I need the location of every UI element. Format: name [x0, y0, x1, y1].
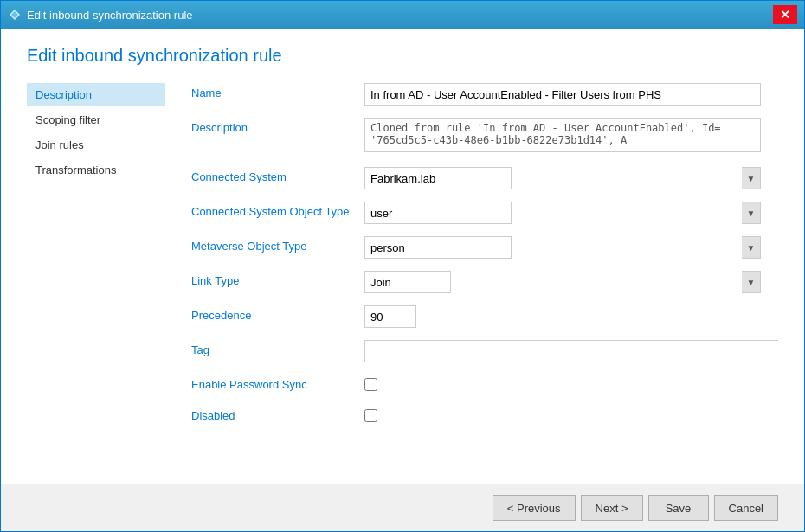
disabled-row: Disabled: [191, 406, 761, 425]
connected-system-arrow: ▼: [742, 167, 761, 189]
object-type-select[interactable]: user: [364, 202, 512, 224]
description-label: Description: [191, 118, 364, 134]
sidebar: Description Scoping filter Join rules Tr…: [27, 79, 165, 484]
enable-password-sync-control: [364, 375, 761, 394]
link-type-row: Link Type Join ▼: [191, 271, 761, 293]
metaverse-type-select-wrap: person ▼: [364, 236, 761, 259]
precedence-label: Precedence: [191, 305, 364, 322]
main-content: Description Scoping filter Join rules Tr…: [1, 79, 804, 484]
precedence-row: Precedence: [191, 305, 761, 328]
description-input[interactable]: [364, 118, 761, 152]
object-type-row: Connected System Object Type user ▼: [191, 202, 761, 224]
tag-label: Tag: [191, 340, 364, 356]
next-button[interactable]: Next >: [581, 495, 643, 521]
tag-control: [364, 340, 778, 362]
enable-password-sync-checkbox[interactable]: [364, 378, 377, 391]
connected-system-select-wrap: Fabrikam.lab ▼: [364, 167, 761, 189]
metaverse-type-control: person ▼: [364, 236, 761, 259]
object-type-arrow: ▼: [742, 202, 761, 224]
link-type-label: Link Type: [191, 271, 364, 287]
link-type-control: Join ▼: [364, 271, 761, 293]
save-button[interactable]: Save: [648, 495, 709, 521]
precedence-control: [364, 305, 761, 328]
sidebar-item-transformations-label: Transformations: [35, 163, 116, 176]
previous-button[interactable]: < Previous: [493, 495, 576, 521]
metaverse-type-arrow: ▼: [742, 236, 761, 259]
main-window: Edit inbound synchronization rule ✕ Edit…: [0, 0, 805, 532]
name-input[interactable]: [364, 83, 761, 106]
sidebar-item-scoping-filter[interactable]: Scoping filter: [27, 108, 165, 131]
object-type-label: Connected System Object Type: [191, 202, 364, 218]
content-area: Edit inbound synchronization rule Descri…: [1, 29, 804, 531]
object-type-select-wrap: user ▼: [364, 202, 761, 224]
name-row: Name: [191, 83, 761, 106]
sidebar-item-join-rules-label: Join rules: [35, 138, 84, 151]
sidebar-item-transformations[interactable]: Transformations: [27, 158, 165, 182]
description-row: Description: [191, 118, 761, 155]
metaverse-type-label: Metaverse Object Type: [191, 236, 364, 253]
disabled-control: [364, 406, 761, 425]
enable-password-sync-label: Enable Password Sync: [191, 375, 364, 391]
tag-input[interactable]: [364, 340, 778, 362]
sidebar-item-scoping-filter-label: Scoping filter: [35, 113, 100, 126]
description-control: [364, 118, 761, 155]
link-type-select[interactable]: Join: [364, 271, 451, 293]
disabled-label: Disabled: [191, 406, 364, 422]
connected-system-label: Connected System: [191, 167, 364, 183]
sidebar-item-description-label: Description: [35, 88, 92, 101]
enable-password-sync-row: Enable Password Sync: [191, 375, 761, 394]
form-area: Name Description Connected System: [165, 79, 778, 484]
sidebar-item-join-rules[interactable]: Join rules: [27, 133, 165, 157]
footer: < Previous Next > Save Cancel: [1, 484, 804, 531]
precedence-input[interactable]: [364, 305, 416, 328]
app-icon: [8, 8, 22, 22]
name-control: [364, 83, 761, 106]
sidebar-item-description[interactable]: Description: [27, 83, 165, 106]
connected-system-select[interactable]: Fabrikam.lab: [364, 167, 512, 189]
tag-row: Tag: [191, 340, 761, 362]
connected-system-row: Connected System Fabrikam.lab ▼: [191, 167, 761, 189]
disabled-checkbox[interactable]: [364, 409, 377, 422]
connected-system-control: Fabrikam.lab ▼: [364, 167, 761, 189]
metaverse-type-select[interactable]: person: [364, 236, 512, 259]
name-label: Name: [191, 83, 364, 99]
object-type-control: user ▼: [364, 202, 761, 224]
link-type-arrow: ▼: [742, 271, 761, 293]
link-type-select-wrap: Join ▼: [364, 271, 761, 293]
metaverse-type-row: Metaverse Object Type person ▼: [191, 236, 761, 259]
page-header: Edit inbound synchronization rule: [1, 29, 804, 79]
close-button[interactable]: ✕: [773, 5, 797, 24]
cancel-button[interactable]: Cancel: [714, 495, 778, 521]
title-bar-left: Edit inbound synchronization rule: [8, 8, 193, 22]
title-bar: Edit inbound synchronization rule ✕: [1, 1, 804, 29]
window-title: Edit inbound synchronization rule: [27, 9, 193, 22]
page-title: Edit inbound synchronization rule: [27, 46, 778, 66]
